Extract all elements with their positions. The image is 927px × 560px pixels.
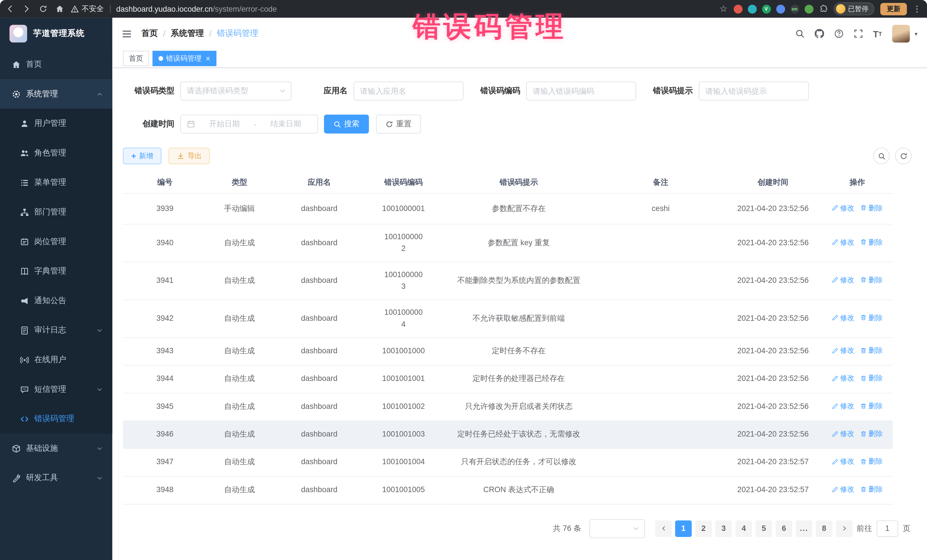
- edit-link[interactable]: 修改: [832, 345, 854, 356]
- edit-link[interactable]: 修改: [832, 373, 854, 384]
- tab-error-code[interactable]: 错误码管理 ×: [153, 51, 216, 66]
- paused-badge[interactable]: 已暂停: [833, 2, 874, 15]
- pager-page-8[interactable]: 8: [816, 520, 832, 537]
- reload-icon[interactable]: [39, 5, 47, 13]
- page-size-select[interactable]: [589, 519, 645, 538]
- cell-app: dashboard: [272, 476, 366, 504]
- sidebar-item-user[interactable]: 用户管理: [0, 109, 112, 138]
- cell-app: dashboard: [272, 420, 366, 448]
- github-icon[interactable]: [815, 29, 824, 38]
- create-time-range-picker[interactable]: 开始日期 - 结束日期: [180, 115, 318, 134]
- pager-page-5[interactable]: 5: [755, 520, 772, 537]
- security-chip[interactable]: 不安全: [71, 4, 104, 14]
- tab-home[interactable]: 首页: [123, 51, 149, 66]
- sidebar-item-code[interactable]: 错误码管理: [0, 404, 112, 434]
- error-type-select[interactable]: 请选择错误码类型: [180, 82, 292, 100]
- sidebar-item-doc[interactable]: 审计日志: [0, 316, 112, 345]
- chevron-down-icon[interactable]: ▾: [915, 30, 917, 37]
- edit-link[interactable]: 修改: [832, 237, 854, 248]
- pager-page-2[interactable]: 2: [695, 520, 712, 537]
- extension-green-v-icon[interactable]: V: [762, 5, 771, 14]
- sidebar-item-gear[interactable]: 系统管理: [0, 79, 112, 109]
- hamburger-icon[interactable]: [122, 29, 132, 38]
- font-size-icon[interactable]: TT: [873, 29, 882, 38]
- edit-link[interactable]: 修改: [832, 456, 854, 467]
- delete-link[interactable]: 删除: [860, 237, 883, 248]
- edit-link[interactable]: 修改: [832, 274, 854, 285]
- breadcrumb-home[interactable]: 首页: [141, 28, 158, 39]
- edit-link[interactable]: 修改: [832, 401, 854, 412]
- delete-link[interactable]: 删除: [860, 202, 883, 214]
- sidebar-item-label: 错误码管理: [34, 413, 74, 424]
- help-icon[interactable]: [834, 29, 843, 38]
- fullscreen-icon[interactable]: [853, 29, 863, 38]
- sidebar-item-users[interactable]: 角色管理: [0, 138, 112, 168]
- add-button[interactable]: + 新增: [123, 148, 161, 164]
- search-button-label: 搜索: [344, 118, 359, 129]
- breadcrumb-system[interactable]: 系统管理: [171, 28, 204, 39]
- sidebar-item-tree[interactable]: 部门管理: [0, 197, 112, 227]
- extension-teal-icon[interactable]: [748, 5, 757, 14]
- sidebar-item-badge[interactable]: 岗位管理: [0, 227, 112, 256]
- cell-id: 3939: [123, 193, 207, 224]
- extension-blue-icon[interactable]: [776, 5, 785, 14]
- delete-link[interactable]: 删除: [860, 312, 883, 323]
- browser-update-button[interactable]: 更新: [880, 3, 907, 15]
- pager-next-button[interactable]: [836, 520, 853, 537]
- delete-link[interactable]: 删除: [860, 373, 883, 384]
- edit-link[interactable]: 修改: [832, 202, 854, 214]
- chevron-down-icon: [96, 386, 103, 393]
- extension-red-icon[interactable]: [733, 5, 742, 14]
- pager-page-1[interactable]: 1: [675, 520, 692, 537]
- extensions-puzzle-icon[interactable]: [819, 5, 827, 13]
- edit-link[interactable]: 修改: [832, 428, 854, 439]
- pager-prev-button[interactable]: [655, 520, 672, 537]
- browser-home-icon[interactable]: [56, 5, 64, 13]
- select-placeholder: 请选择错误码类型: [187, 85, 275, 96]
- export-button[interactable]: 导出: [169, 148, 210, 164]
- search-icon[interactable]: [795, 29, 804, 38]
- pager-page-3[interactable]: 3: [715, 520, 732, 537]
- close-icon[interactable]: ×: [206, 55, 210, 62]
- delete-link[interactable]: 删除: [860, 401, 883, 412]
- back-icon[interactable]: [6, 5, 14, 13]
- sidebar-item-chat[interactable]: 短信管理: [0, 374, 112, 404]
- bookmark-star-icon[interactable]: ☆: [720, 3, 728, 14]
- edit-link[interactable]: 修改: [832, 484, 854, 495]
- sidebar-item-box[interactable]: 基础设施: [0, 434, 112, 463]
- error-code-input[interactable]: [526, 82, 636, 100]
- sidebar-item-online[interactable]: 在线用户: [0, 345, 112, 375]
- edit-link[interactable]: 修改: [832, 312, 854, 323]
- extension-leaf-icon[interactable]: [804, 5, 813, 14]
- delete-link[interactable]: 删除: [860, 274, 883, 285]
- tags-view: 首页 错误码管理 ×: [112, 50, 927, 68]
- delete-link[interactable]: 删除: [860, 428, 883, 439]
- refresh-table-button[interactable]: [895, 148, 912, 164]
- error-hint-input[interactable]: [699, 82, 809, 100]
- sidebar-item-megaphone[interactable]: 通知公告: [0, 286, 112, 316]
- edit-icon: [832, 239, 838, 246]
- sidebar-item-wrench[interactable]: 研发工具: [0, 463, 112, 493]
- forward-icon[interactable]: [23, 5, 31, 13]
- delete-link[interactable]: 删除: [860, 456, 883, 467]
- user-avatar[interactable]: [892, 25, 910, 42]
- pager-more-button[interactable]: ...: [796, 520, 812, 537]
- sidebar-item-book[interactable]: 字典管理: [0, 256, 112, 286]
- browser-menu-icon[interactable]: ⋮: [913, 4, 921, 14]
- delete-link[interactable]: 删除: [860, 345, 883, 356]
- delete-link[interactable]: 删除: [860, 484, 883, 495]
- sidebar-item-list[interactable]: 菜单管理: [0, 168, 112, 197]
- pager-page-4[interactable]: 4: [736, 520, 752, 537]
- toggle-search-button[interactable]: [873, 148, 890, 164]
- cell-time: 2021-04-20 23:52:56: [724, 420, 822, 448]
- pager-page-6[interactable]: 6: [775, 520, 792, 537]
- reset-button[interactable]: 重置: [376, 115, 421, 134]
- address-bar[interactable]: dashboard.yudao.iocoder.cn/system/error-…: [116, 5, 277, 14]
- search-button[interactable]: 搜索: [324, 115, 369, 134]
- extension-dark-on-icon[interactable]: on: [790, 5, 799, 14]
- cell-app: dashboard: [272, 365, 366, 393]
- filter-row-1: 错误码类型 请选择错误码类型 应用名 错误码编码 错误码提示: [123, 82, 916, 100]
- app-name-input[interactable]: [353, 82, 464, 100]
- goto-page-input[interactable]: [877, 520, 898, 537]
- sidebar-item-home[interactable]: 首页: [0, 50, 112, 79]
